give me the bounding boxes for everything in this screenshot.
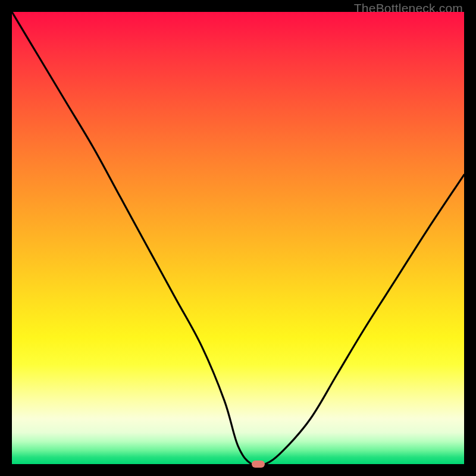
plot-area — [12, 12, 464, 464]
optimal-point-marker — [252, 461, 265, 468]
bottleneck-curve — [12, 12, 464, 464]
chart-frame: TheBottleneck.com — [0, 0, 476, 476]
